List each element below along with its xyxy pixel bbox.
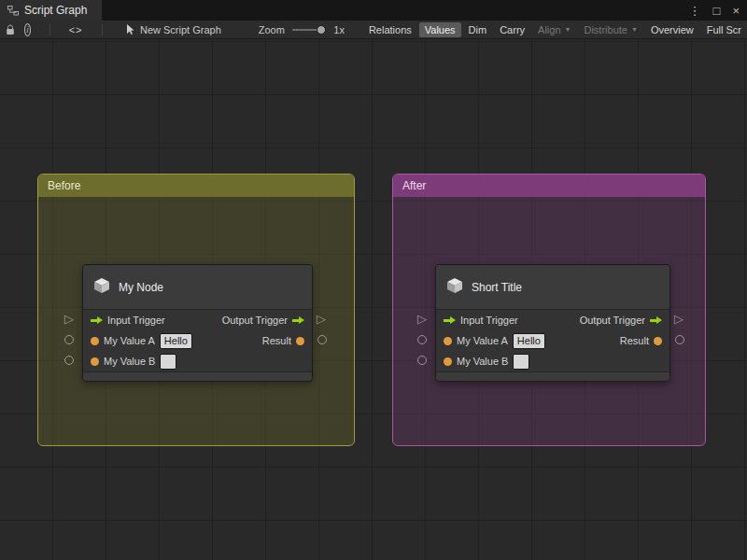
dim-button[interactable]: Dim: [463, 22, 493, 37]
group-after-header[interactable]: After: [393, 175, 705, 197]
node-a-value-b-connector[interactable]: [64, 356, 74, 365]
zoom-label: Zoom: [259, 24, 285, 35]
port-label: Result: [262, 335, 291, 346]
toolbar: i <> New Script Graph Zoom 1x Relations …: [0, 21, 747, 39]
info-icon[interactable]: i: [24, 23, 31, 36]
script-graph-window: Script Graph ⋮ □ × i <> New Script Graph…: [0, 0, 747, 560]
group-before-header[interactable]: Before: [38, 175, 354, 197]
value-port-icon: [91, 357, 99, 366]
node-footer: [83, 371, 312, 381]
port-input-trigger[interactable]: Input Trigger: [91, 315, 165, 326]
port-label: Input Trigger: [460, 315, 518, 326]
maximize-icon[interactable]: □: [713, 4, 721, 18]
chevron-down-icon: ▼: [565, 26, 571, 33]
node-b-input-trigger-connector[interactable]: ▷: [415, 312, 430, 327]
values-button[interactable]: Values: [419, 22, 461, 37]
value-a-input[interactable]: Hello: [160, 333, 192, 349]
window-controls: ⋮ □ ×: [689, 0, 740, 21]
node-row: My Value A Hello Result: [436, 330, 669, 351]
tab-script-graph[interactable]: Script Graph: [0, 0, 102, 21]
port-result[interactable]: Result: [620, 335, 662, 346]
node-a-input-trigger-connector[interactable]: ▷: [62, 312, 77, 327]
chevron-down-icon: ▼: [631, 26, 638, 33]
fullscreen-button[interactable]: Full Scr: [701, 22, 747, 37]
trigger-in-icon: [91, 316, 103, 325]
value-port-icon: [296, 337, 304, 345]
titlebar: Script Graph ⋮ □ ×: [0, 0, 747, 21]
node-row: Input Trigger Output Trigger: [83, 310, 312, 330]
graph-picker-button[interactable]: New Script Graph: [126, 24, 221, 35]
code-preview-icon[interactable]: <>: [69, 24, 83, 35]
port-label: My Value B: [104, 356, 155, 367]
node-b-value-a-connector[interactable]: [417, 335, 427, 344]
zoom-slider-knob[interactable]: [317, 25, 326, 35]
value-port-icon: [91, 337, 99, 345]
value-port-icon: [444, 337, 452, 345]
node-title: Short Title: [472, 281, 522, 294]
port-my-value-a[interactable]: My Value A Hello: [444, 333, 545, 349]
port-label: Input Trigger: [107, 315, 165, 326]
node-row: My Value B: [83, 351, 312, 371]
pointer-icon: [126, 24, 135, 35]
port-my-value-b[interactable]: My Value B: [91, 354, 176, 370]
trigger-out-icon: [292, 316, 304, 325]
node-icon: [92, 276, 111, 299]
port-label: Output Trigger: [222, 315, 288, 326]
node-footer: [436, 371, 669, 381]
distribute-label: Distribute: [584, 24, 627, 35]
graph-name-label: New Script Graph: [140, 24, 221, 35]
node-row: My Value A Hello Result: [83, 330, 312, 351]
carry-button[interactable]: Carry: [494, 22, 530, 37]
relations-button[interactable]: Relations: [363, 22, 417, 37]
port-label: My Value A: [104, 335, 155, 346]
group-before-title: Before: [48, 179, 80, 192]
node-my-node[interactable]: My Node Input Trigger Output Trigger My …: [82, 264, 313, 382]
zoom-value: 1x: [333, 24, 345, 35]
node-row: Input Trigger Output Trigger: [436, 310, 669, 330]
value-b-input[interactable]: [513, 354, 529, 370]
overview-button[interactable]: Overview: [645, 22, 699, 37]
align-label: Align: [538, 24, 560, 35]
port-output-trigger[interactable]: Output Trigger: [222, 315, 304, 326]
align-dropdown-button[interactable]: Align ▼: [532, 22, 576, 37]
lock-icon[interactable]: [6, 24, 15, 35]
node-title: My Node: [119, 281, 163, 294]
window-menu-icon[interactable]: ⋮: [689, 4, 701, 18]
node-b-result-connector[interactable]: [675, 335, 684, 344]
node-b-output-trigger-connector[interactable]: ▷: [671, 312, 686, 327]
port-output-trigger[interactable]: Output Trigger: [580, 315, 662, 326]
close-icon[interactable]: ×: [732, 4, 740, 18]
port-label: My Value A: [457, 335, 508, 346]
node-a-result-connector[interactable]: [317, 335, 327, 344]
node-b-value-b-connector[interactable]: [417, 356, 427, 365]
port-input-trigger[interactable]: Input Trigger: [444, 315, 518, 326]
port-label: My Value B: [457, 356, 508, 367]
group-after-title: After: [402, 179, 426, 192]
port-my-value-b[interactable]: My Value B: [444, 354, 529, 370]
port-label: Output Trigger: [580, 315, 645, 326]
graph-canvas[interactable]: Before My Node Input Trigger: [0, 39, 747, 560]
node-row: My Value B: [436, 351, 669, 371]
port-result[interactable]: Result: [262, 335, 304, 346]
node-my-node-header[interactable]: My Node: [83, 265, 312, 310]
trigger-out-icon: [650, 316, 662, 325]
node-short-title-header[interactable]: Short Title: [436, 265, 669, 310]
value-a-input[interactable]: Hello: [513, 333, 545, 349]
node-a-value-a-connector[interactable]: [64, 335, 74, 344]
value-b-input[interactable]: [160, 354, 176, 370]
node-a-output-trigger-connector[interactable]: ▷: [314, 312, 329, 327]
port-my-value-a[interactable]: My Value A Hello: [91, 333, 192, 349]
script-graph-icon: [7, 5, 19, 16]
zoom-slider[interactable]: [292, 24, 326, 35]
port-label: Result: [620, 335, 649, 346]
value-port-icon: [444, 357, 452, 366]
trigger-in-icon: [444, 316, 456, 325]
tab-title: Script Graph: [24, 4, 87, 17]
node-short-title[interactable]: Short Title Input Trigger Output Trigger…: [435, 264, 670, 382]
distribute-dropdown-button[interactable]: Distribute ▼: [578, 22, 642, 37]
value-port-icon: [654, 337, 662, 345]
node-icon: [445, 276, 464, 299]
